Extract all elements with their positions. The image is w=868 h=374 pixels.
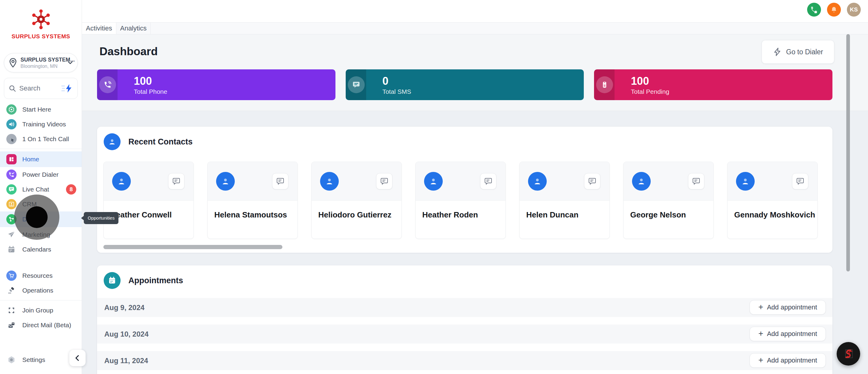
contact-card[interactable]: Heather Conwell <box>103 162 194 239</box>
marketing-icon <box>6 230 17 240</box>
resources-icon <box>6 270 17 281</box>
chat-bubble-icon <box>276 177 284 185</box>
contact-card[interactable]: Heather Roden <box>415 162 506 239</box>
plus-icon: + <box>758 303 763 311</box>
add-appointment-button[interactable]: + Add appointment <box>749 327 826 341</box>
live-chat-icon <box>6 184 17 195</box>
stat-phone-icon <box>99 76 116 93</box>
sidebar-item-1-on-1-tech-call[interactable]: 1 On 1 Tech Call <box>0 132 82 146</box>
appointment-row: Aug 9, 2024 + Add appointment <box>97 298 832 317</box>
recent-contacts-avatar-icon <box>104 133 121 150</box>
sidebar-item-marketing[interactable]: Marketing <box>0 227 82 242</box>
sidebar-item-start-here[interactable]: Start Here <box>0 102 82 117</box>
sidebar-item-resources[interactable]: Resources <box>0 268 82 283</box>
join-group-icon <box>6 305 17 315</box>
home-icon <box>6 154 17 164</box>
appointment-date: Aug 9, 2024 <box>97 304 144 312</box>
settings-gear-icon <box>6 355 17 365</box>
floating-brand-widget[interactable] <box>837 342 860 366</box>
contact-message-button[interactable] <box>168 173 184 190</box>
stat-value: 100 <box>134 75 152 87</box>
appointment-row: Aug 11, 2024 + Add appointment <box>97 351 832 370</box>
tab-analytics[interactable]: Analytics <box>116 23 151 34</box>
sidebar-item-deals[interactable]: Deals <box>0 211 82 227</box>
calendars-icon <box>6 244 17 255</box>
stat-label: Total Pending <box>631 88 669 95</box>
sidebar-item-live-chat[interactable]: Live Chat 8 <box>0 182 82 197</box>
go-to-dialer-button[interactable]: Go to Dialer <box>762 40 834 64</box>
notifications-button[interactable] <box>827 3 841 17</box>
search-icon <box>8 84 16 92</box>
sidebar-item-operations[interactable]: Operations <box>0 283 82 298</box>
brand-logo: SURPLUS SYSTEMS <box>0 0 82 40</box>
surplus-widget-logo-icon <box>841 347 855 361</box>
bell-icon <box>830 6 838 13</box>
stat-label: Total Phone <box>134 88 167 95</box>
sidebar-item-home[interactable]: Home <box>0 151 82 167</box>
phone-status-button[interactable] <box>807 3 821 17</box>
opportunities-tooltip: Opportunities <box>84 212 119 224</box>
contact-message-button[interactable] <box>376 173 393 190</box>
plus-icon: + <box>758 329 763 338</box>
crm-icon <box>6 199 17 209</box>
location-selector[interactable]: SURPLUS SYSTEM... Bloomington, MN <box>4 53 78 73</box>
sidebar-item-calendars[interactable]: Calendars <box>0 242 82 257</box>
page-title: Dashboard <box>99 45 158 58</box>
contact-message-button[interactable] <box>480 173 496 190</box>
direct-mail-icon <box>6 320 17 330</box>
chat-bubble-icon <box>588 177 596 185</box>
stat-card-total-pending: 100 Total Pending <box>594 69 832 100</box>
contact-card[interactable]: Gennady Moshkovich <box>727 162 818 239</box>
tab-activities[interactable]: Activities <box>82 23 116 34</box>
appointments-title: Appointments <box>128 276 183 285</box>
location-city: Bloomington, MN <box>21 64 64 69</box>
stat-sms-icon <box>348 76 365 93</box>
contact-message-button[interactable] <box>584 173 600 190</box>
contact-message-button[interactable] <box>272 173 288 190</box>
sidebar-item-join-group[interactable]: Join Group <box>0 303 82 318</box>
chat-bubble-icon <box>173 177 180 185</box>
lightning-bolt-icon[interactable] <box>61 84 73 93</box>
tech-call-icon <box>6 134 17 144</box>
contact-card[interactable]: Helena Stamoutsos <box>207 162 298 239</box>
avatar-initials: KS <box>850 6 858 13</box>
contact-avatar-icon <box>320 172 339 191</box>
user-avatar[interactable]: KS <box>847 3 861 17</box>
sidebar-spacer <box>0 257 82 268</box>
sidebar-nav: Start Here Training Videos 1 On 1 Tech C… <box>0 102 82 333</box>
horizontal-scrollbar[interactable] <box>103 245 282 249</box>
appointments-calendar-icon <box>104 272 121 289</box>
chat-bubble-icon <box>692 177 700 185</box>
training-videos-icon <box>6 119 17 130</box>
sidebar-divider <box>0 149 82 149</box>
sidebar-item-power-dialer[interactable]: Power Dialer <box>0 167 82 182</box>
contact-avatar-icon <box>216 172 235 191</box>
add-appointment-button[interactable]: + Add appointment <box>749 353 826 368</box>
search-input[interactable] <box>19 84 58 92</box>
live-chat-unread-badge: 8 <box>66 184 76 195</box>
vertical-scrollbar[interactable] <box>846 34 850 271</box>
sidebar-divider-2 <box>0 300 82 300</box>
sidebar-item-crm[interactable]: CRM <box>0 197 82 211</box>
phone-icon <box>810 6 818 13</box>
sidebar-collapse-button[interactable] <box>69 350 86 366</box>
plus-icon: + <box>758 356 763 364</box>
appointment-date: Aug 11, 2024 <box>97 356 148 365</box>
main-content: Dashboard Go to Dialer 100 Total Phone 0… <box>82 34 868 374</box>
operations-icon <box>6 285 17 295</box>
chevron-left-icon <box>74 354 81 362</box>
contact-avatar-icon <box>736 172 755 191</box>
contact-card[interactable]: Helen Duncan <box>519 162 610 239</box>
contact-card[interactable]: Heliodoro Gutierrez <box>311 162 402 239</box>
search-bar[interactable] <box>4 78 78 99</box>
stat-value: 100 <box>631 75 649 87</box>
location-pin-icon <box>8 58 18 68</box>
sidebar-item-training-videos[interactable]: Training Videos <box>0 117 82 132</box>
appointment-date: Aug 10, 2024 <box>97 330 149 338</box>
contact-message-button[interactable] <box>688 173 704 190</box>
sidebar: SURPLUS SYSTEMS SURPLUS SYSTEM... Bloomi… <box>0 0 82 374</box>
contact-message-button[interactable] <box>792 173 808 190</box>
contact-card[interactable]: George Nelson <box>623 162 714 239</box>
sidebar-item-direct-mail[interactable]: Direct Mail (Beta) <box>0 318 82 333</box>
add-appointment-button[interactable]: + Add appointment <box>749 300 826 315</box>
